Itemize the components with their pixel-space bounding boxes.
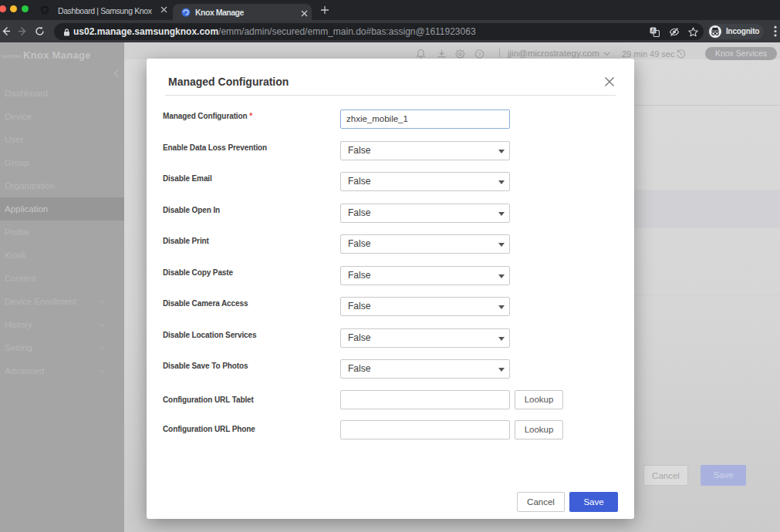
svg-text:?: ?: [478, 51, 481, 58]
